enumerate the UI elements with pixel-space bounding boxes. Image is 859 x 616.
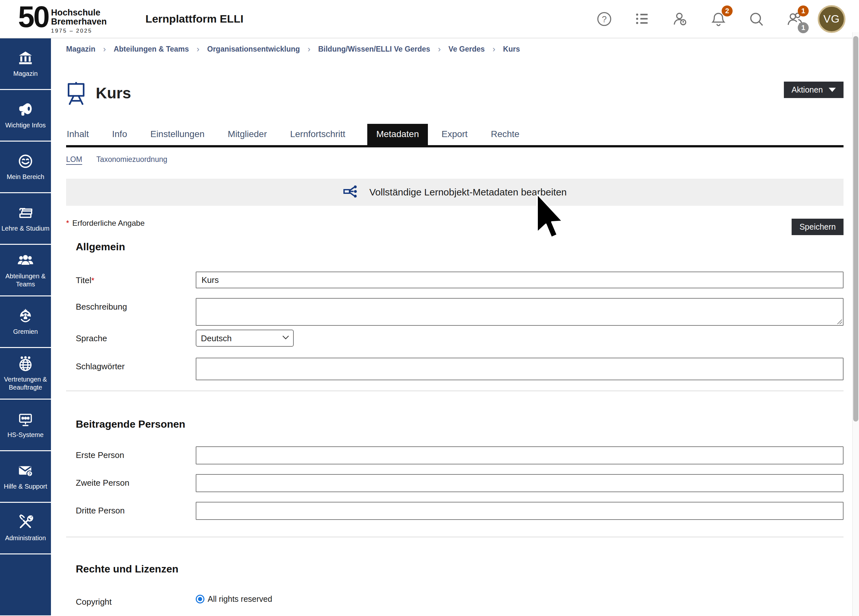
bell-icon[interactable]: 2 [709,10,728,28]
page-title: Kurs [96,84,131,102]
form-row-copyright: Copyright All rights reserved [66,593,843,607]
schlagwoerter-input[interactable] [196,358,843,380]
sprache-select[interactable]: Deutsch [196,330,294,347]
help-icon[interactable]: ? [595,10,613,28]
copyright-radio-label[interactable]: All rights reserved [208,594,272,604]
sidebar-item-label: Gremien [13,328,38,336]
dritte-person-input[interactable] [196,502,843,520]
sidebar-item-label: Abteilungen & Teams [1,272,50,288]
section-heading-beitragende: Beitragende Personen [76,418,843,430]
sidebar-item-label: HS-Systeme [8,431,44,439]
breadcrumb: Magazin › Abteilungen & Teams › Organisa… [66,38,843,59]
sidebar-item-label: Administration [5,534,46,542]
scrollbar-thumb[interactable] [853,36,858,422]
required-asterisk: * [66,219,69,227]
contacts-seen-badge: 1 [798,22,809,33]
contacts-new-badge: 1 [798,5,809,16]
sidebar-item-label: Wichtige Infos [5,121,46,129]
page-title-row: Kurs Aktionen [66,74,843,112]
breadcrumb-item-ve-gerdes[interactable]: Ve Gerdes [448,45,485,53]
beschreibung-textarea[interactable] [196,298,843,326]
subtab-lom[interactable]: LOM [66,155,82,164]
form-row-sprache: Sprache Deutsch [66,330,843,347]
avatar[interactable]: VG [818,5,845,33]
smiley-icon [17,153,34,170]
sidebar-item-label: Vertretungen & Beauftragte [1,375,50,391]
breadcrumb-item-abteilungen[interactable]: Abteilungen & Teams [114,45,189,53]
required-asterisk: * [91,276,94,285]
save-button[interactable]: Speichern [792,219,843,235]
todo-list-icon[interactable] [633,10,651,28]
zweite-person-label: Zweite Person [66,474,196,488]
breadcrumb-separator: › [438,44,441,54]
copyright-label: Copyright [66,593,196,607]
breadcrumb-item-kurs[interactable]: Kurs [503,45,520,53]
sidebar-item-mein-bereich[interactable]: Mein Bereich [0,142,51,193]
sidebar-item-hilfe-support[interactable]: ? Hilfe & Support [0,451,51,503]
form-row-zweite-person: Zweite Person [66,474,843,492]
mail-help-icon: ? [17,463,34,479]
tab-info[interactable]: Info [112,124,128,145]
university-logo[interactable]: 50 Hochschule Bremerhaven 1975 – 2025 [18,3,107,34]
form-row-erste-person: Erste Person [66,446,843,464]
sidebar-item-lehre-studium[interactable]: Lehre & Studium [0,193,51,245]
search-icon[interactable] [747,10,765,28]
section-divider [66,537,843,537]
tab-mitglieder[interactable]: Mitglieder [227,124,267,145]
logo-name-line1: Hochschule [51,8,107,17]
copyright-radio[interactable] [196,595,205,603]
globe-people-icon [17,355,34,372]
schlagwoerter-label: Schlagwörter [66,358,196,372]
sidebar-item-label: Hilfe & Support [4,483,47,491]
sidebar-item-administration[interactable]: Administration [0,503,51,554]
section-divider [66,391,843,391]
required-save-row: *Erforderliche Angabe Speichern [66,219,843,235]
tab-metadaten[interactable]: Metadaten [367,124,428,145]
breadcrumb-item-bildung-wissen[interactable]: Bildung/Wissen/ELLI Ve Gerdes [318,45,430,53]
erste-person-input[interactable] [196,446,843,464]
dritte-person-label: Dritte Person [66,502,196,516]
titel-input[interactable] [196,272,843,288]
breadcrumb-item-organisationsentwicklung[interactable]: Organisationsentwicklung [207,45,300,53]
share-node-icon [343,183,361,201]
titel-label: Titel* [66,272,196,285]
sidebar-item-label: Mein Bereich [7,173,44,181]
tab-inhalt[interactable]: Inhalt [66,124,90,145]
user-alert-icon[interactable] [672,10,689,28]
contacts-icon[interactable]: 1 1 [786,10,804,28]
chevron-down-icon [829,88,836,92]
breadcrumb-separator: › [103,44,106,54]
tab-einstellungen[interactable]: Einstellungen [150,124,205,145]
notifications-badge: 2 [722,5,732,16]
form-row-beschreibung: Beschreibung [66,298,843,326]
sidebar-item-abteilungen-teams[interactable]: Abteilungen & Teams [0,245,51,296]
subtab-taxonomiezuordnung[interactable]: Taxonomiezuordnung [97,155,167,164]
zweite-person-input[interactable] [196,474,843,492]
scrollbar-track[interactable] [852,32,859,616]
tab-lernfortschritt[interactable]: Lernfortschritt [290,124,346,145]
sidebar-item-hs-systeme[interactable]: HS-Systeme [0,400,51,451]
sidebar-item-vertretungen[interactable]: Vertretungen & Beauftragte [0,348,51,400]
logo-50: 50 [18,3,48,30]
tab-rechte[interactable]: Rechte [490,124,520,145]
course-easel-icon [66,81,86,105]
monitor-icon [17,411,34,428]
sidebar-item-gremien[interactable]: Gremien [0,296,51,348]
sidebar-item-label: Magazin [13,70,38,78]
breadcrumb-separator: › [492,44,495,54]
books-icon [17,205,34,221]
actions-button[interactable]: Aktionen [784,81,843,98]
sprache-label: Sprache [66,330,196,344]
top-header: 50 Hochschule Bremerhaven 1975 – 2025 Le… [0,0,859,38]
sidebar-item-magazin[interactable]: Magazin [0,38,51,90]
edit-full-metadata-banner[interactable]: Vollständige Lernobjekt-Metadaten bearbe… [66,179,843,206]
breadcrumb-separator: › [308,44,311,54]
breadcrumb-item-magazin[interactable]: Magazin [66,45,95,53]
sidebar-filler [0,554,51,615]
svg-text:?: ? [28,472,31,476]
sidebar-item-label: Lehre & Studium [2,225,50,233]
section-heading-allgemein: Allgemein [76,241,843,253]
form-row-schlagwoerter: Schlagwörter [66,358,843,380]
sidebar-item-wichtige-infos[interactable]: Wichtige Infos [0,90,51,142]
tab-export[interactable]: Export [441,124,468,145]
